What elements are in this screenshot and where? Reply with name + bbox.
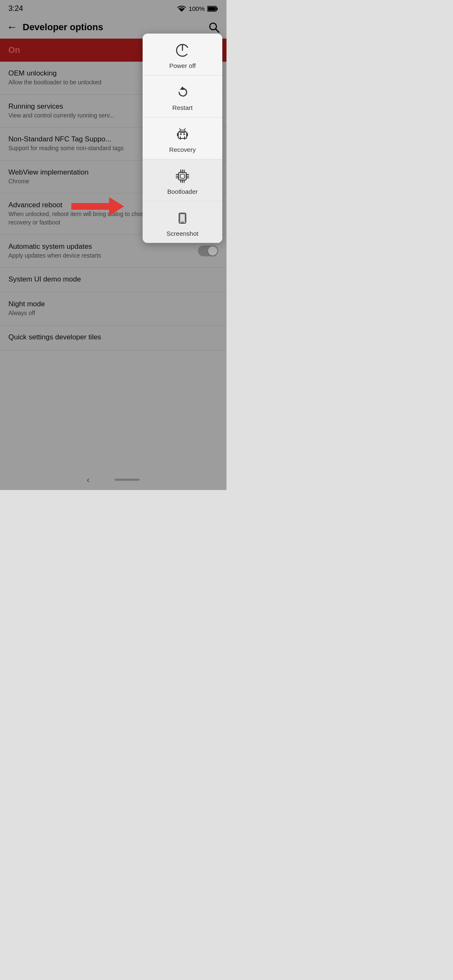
power-off-icon <box>173 41 192 60</box>
bootloader-icon <box>173 167 192 185</box>
svg-rect-34 <box>180 214 185 222</box>
svg-point-12 <box>183 133 185 135</box>
recovery-button[interactable]: Recovery <box>143 117 222 159</box>
restart-button[interactable]: Restart <box>143 76 222 117</box>
svg-rect-20 <box>180 174 185 178</box>
svg-rect-19 <box>179 172 186 180</box>
recovery-icon <box>173 125 192 143</box>
svg-rect-35 <box>181 222 184 223</box>
power-off-label: Power off <box>169 62 195 69</box>
bootloader-label: Bootloader <box>167 188 198 195</box>
svg-line-17 <box>180 128 181 130</box>
screenshot-label: Screenshot <box>167 230 198 237</box>
recovery-label: Recovery <box>169 146 195 153</box>
restart-icon <box>173 83 192 102</box>
screenshot-icon <box>173 209 192 227</box>
power-off-button[interactable]: Power off <box>143 34 222 76</box>
svg-line-18 <box>184 128 185 130</box>
bootloader-button[interactable]: Bootloader <box>143 159 222 201</box>
bootloader-arrow <box>71 197 124 216</box>
restart-label: Restart <box>172 104 193 111</box>
svg-marker-8 <box>180 86 185 90</box>
svg-point-11 <box>180 133 182 135</box>
power-menu: Power off Restart <box>143 34 222 243</box>
screenshot-button[interactable]: Screenshot <box>143 201 222 243</box>
